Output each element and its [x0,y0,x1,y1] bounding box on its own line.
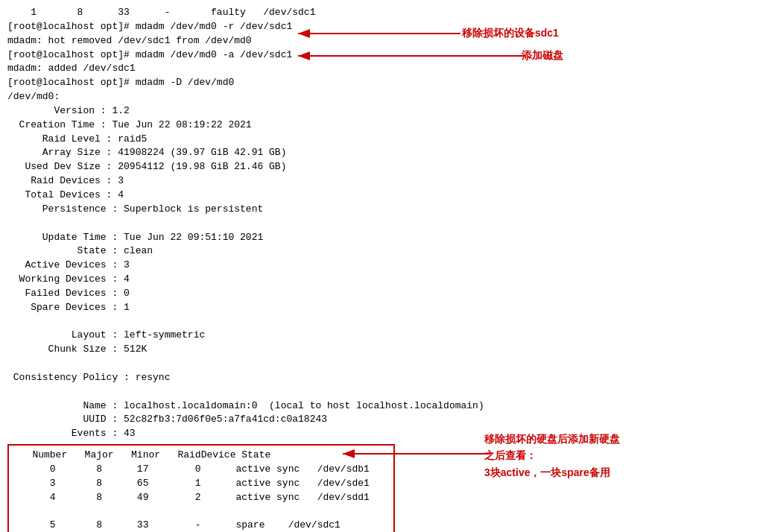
blank3-line [7,357,750,371]
cmd3-line: [root@localhost opt]# mdadm -D /dev/md0 [7,76,750,90]
table-row-0: 0 8 17 0 active sync /dev/sdb1 [15,463,387,477]
annotation-add-disk: 添加磁盘 [522,49,563,63]
creation-time-line: Creation Time : Tue Jun 22 08:19:22 2021 [7,118,750,133]
blank2-line [7,315,750,329]
version-line: Version : 1.2 [7,104,750,118]
annotation-result-line2: 之后查看： [484,447,620,463]
table-row-4: 4 8 49 2 active sync /dev/sdd1 [15,491,387,505]
array-size-line: Array Size : 41908224 (39.97 GiB 42.91 G… [7,146,750,160]
active-devices-line: Active Devices : 3 [7,259,750,273]
update-time-line: Update Time : Tue Jun 22 09:51:10 2021 [7,231,750,245]
events-line: Events : 43 [7,427,750,441]
terminal: 1 8 33 - faulty /dev/sdc1 [root@localhos… [0,0,757,532]
annotation-result-line1: 移除损坏的硬盘后添加新硬盘 [484,431,620,447]
annotation-result: 移除损坏的硬盘后添加新硬盘 之后查看： 3块active，一块spare备用 [484,431,620,481]
dev-md0-line: /dev/md0: [7,90,750,104]
raid-level-line: Raid Level : raid5 [7,133,750,147]
consistency-line: Consistency Policy : resync [7,371,750,385]
raid-devices-line: Raid Devices : 3 [7,174,750,189]
layout-line: Layout : left-symmetric [7,329,750,343]
table-row-3: 3 8 65 1 active sync /dev/sde1 [15,477,387,491]
spare-devices-line: Spare Devices : 1 [7,301,750,315]
table-row-5: 5 8 33 - spare /dev/sdc1 [15,519,387,532]
annotation-result-line3: 3块active，一块spare备用 [484,464,620,481]
arrow-add-icon [291,45,525,67]
uuid-line: UUID : 52c82fb3:7d06f0e5:a7fa41cd:c0a182… [7,413,750,427]
total-devices-line: Total Devices : 4 [7,189,750,203]
table-row-blank [15,505,387,519]
used-dev-size-line: Used Dev Size : 20954112 (19.98 GiB 21.4… [7,160,750,174]
name-line: Name : localhost.localdomain:0 (local to… [7,399,750,414]
state-line: State : clean [7,244,750,259]
table-header: Number Major Minor RaidDevice State [15,449,387,463]
chunk-size-line: Chunk Size : 512K [7,343,750,357]
persistence-line: Persistence : Superblock is persistent [7,203,750,217]
header-row-line: 1 8 33 - faulty /dev/sdc1 [7,6,750,20]
blank4-line [7,385,750,399]
failed-devices-line: Failed Devices : 0 [7,287,750,301]
blank1-line [7,217,750,231]
working-devices-line: Working Devices : 4 [7,273,750,287]
arrow-remove-icon [291,22,462,45]
arrow-result-icon [335,443,492,465]
annotation-remove-device: 移除损坏的设备sdc1 [462,27,559,40]
